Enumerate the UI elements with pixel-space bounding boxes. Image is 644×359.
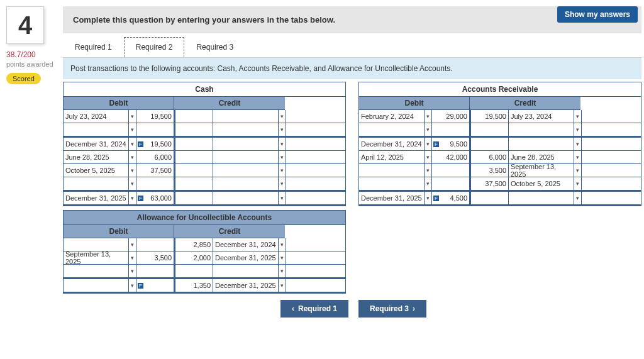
- credit-amount-cell[interactable]: 6,000: [471, 151, 509, 163]
- credit-amount-cell[interactable]: [175, 192, 213, 204]
- credit-amount-cell[interactable]: [175, 177, 213, 190]
- credit-date-cell[interactable]: [213, 177, 279, 190]
- debit-date-cell[interactable]: December 31, 2024: [359, 138, 425, 150]
- dropdown-icon[interactable]: [574, 177, 582, 190]
- dropdown-icon[interactable]: [279, 151, 286, 163]
- dropdown-icon[interactable]: [279, 251, 286, 264]
- debit-amount-cell[interactable]: [432, 123, 470, 136]
- dropdown-icon[interactable]: [129, 164, 136, 177]
- credit-amount-cell[interactable]: 3,500: [471, 164, 509, 177]
- debit-date-cell[interactable]: [64, 265, 129, 277]
- dropdown-icon[interactable]: [279, 123, 286, 136]
- dropdown-icon[interactable]: [129, 151, 136, 163]
- credit-date-cell[interactable]: [213, 265, 279, 277]
- dropdown-icon[interactable]: [425, 138, 432, 150]
- debit-amount-cell[interactable]: 6,000: [136, 151, 174, 163]
- dropdown-icon[interactable]: [574, 123, 582, 136]
- dropdown-icon[interactable]: [574, 164, 582, 177]
- debit-amount-cell[interactable]: [432, 164, 470, 177]
- credit-date-cell[interactable]: [213, 138, 279, 150]
- credit-amount-cell[interactable]: [175, 138, 213, 150]
- dropdown-icon[interactable]: [279, 110, 286, 123]
- credit-amount-cell[interactable]: [175, 110, 213, 123]
- dropdown-icon[interactable]: [425, 177, 432, 190]
- credit-amount-cell[interactable]: [175, 164, 213, 177]
- debit-date-cell[interactable]: October 5, 2025: [64, 164, 129, 177]
- debit-date-cell[interactable]: September 13, 2025: [64, 251, 129, 264]
- credit-amount-cell[interactable]: 2,000: [175, 251, 213, 264]
- credit-amount-cell[interactable]: [175, 123, 213, 136]
- dropdown-icon[interactable]: [279, 164, 286, 177]
- credit-amount-cell[interactable]: 2,850: [175, 238, 213, 251]
- debit-date-cell[interactable]: June 28, 2025: [64, 151, 129, 163]
- credit-date-cell[interactable]: [213, 192, 279, 204]
- debit-date-cell[interactable]: [64, 123, 129, 136]
- credit-amount-cell[interactable]: [471, 138, 509, 150]
- dropdown-icon[interactable]: [425, 151, 432, 163]
- debit-amount-cell[interactable]: 29,000: [432, 110, 470, 123]
- nav-prev-button[interactable]: ‹Required 1: [280, 300, 348, 318]
- dropdown-icon[interactable]: [129, 177, 136, 190]
- debit-amount-cell[interactable]: [136, 265, 174, 277]
- dropdown-icon[interactable]: [129, 192, 136, 204]
- credit-amount-cell[interactable]: [175, 265, 213, 277]
- credit-date-cell[interactable]: [213, 110, 279, 123]
- credit-date-cell[interactable]: July 23, 2024: [509, 110, 574, 123]
- debit-amount-cell[interactable]: [432, 177, 470, 190]
- debit-amount-cell[interactable]: 37,500: [136, 164, 174, 177]
- debit-date-cell[interactable]: December 31, 2025: [64, 192, 129, 204]
- credit-date-cell[interactable]: December 31, 2025: [213, 279, 279, 292]
- debit-amount-cell[interactable]: [136, 123, 174, 136]
- credit-date-cell[interactable]: [509, 123, 574, 136]
- nav-next-button[interactable]: Required 3›: [358, 300, 426, 318]
- debit-amount-cell[interactable]: 42,000: [432, 151, 470, 163]
- debit-date-cell[interactable]: April 12, 2025: [359, 151, 425, 163]
- dropdown-icon[interactable]: [129, 265, 136, 277]
- credit-date-cell[interactable]: June 28, 2025: [509, 151, 574, 163]
- credit-date-cell[interactable]: [509, 138, 574, 150]
- dropdown-icon[interactable]: [279, 192, 286, 204]
- debit-amount-cell[interactable]: 19,500: [136, 138, 174, 150]
- debit-amount-cell[interactable]: [136, 238, 174, 251]
- credit-date-cell[interactable]: [509, 192, 574, 204]
- show-my-answers-button[interactable]: Show my answers: [557, 6, 638, 23]
- dropdown-icon[interactable]: [129, 138, 136, 150]
- dropdown-icon[interactable]: [574, 110, 582, 123]
- debit-date-cell[interactable]: December 31, 2025: [359, 192, 425, 204]
- dropdown-icon[interactable]: [129, 110, 136, 123]
- debit-date-cell[interactable]: [359, 123, 425, 136]
- debit-date-cell[interactable]: [64, 238, 129, 251]
- debit-amount-cell[interactable]: 63,000: [136, 192, 174, 204]
- tab-required-3[interactable]: Required 3: [184, 37, 245, 57]
- debit-date-cell[interactable]: [359, 177, 425, 190]
- dropdown-icon[interactable]: [279, 177, 286, 190]
- credit-date-cell[interactable]: [213, 123, 279, 136]
- debit-date-cell[interactable]: February 2, 2024: [359, 110, 425, 123]
- debit-amount-cell[interactable]: 4,500: [432, 192, 470, 204]
- credit-date-cell[interactable]: December 31, 2024: [213, 238, 279, 251]
- debit-amount-cell[interactable]: [136, 177, 174, 190]
- tab-required-1[interactable]: Required 1: [63, 37, 124, 57]
- credit-amount-cell[interactable]: [175, 151, 213, 163]
- debit-date-cell[interactable]: December 31, 2024: [64, 138, 129, 150]
- debit-amount-cell[interactable]: 9,500: [432, 138, 470, 150]
- dropdown-icon[interactable]: [279, 279, 286, 292]
- dropdown-icon[interactable]: [574, 138, 582, 150]
- dropdown-icon[interactable]: [279, 238, 286, 251]
- dropdown-icon[interactable]: [129, 251, 136, 264]
- credit-date-cell[interactable]: October 5, 2025: [509, 177, 574, 190]
- credit-date-cell[interactable]: September 13, 2025: [509, 164, 574, 177]
- credit-date-cell[interactable]: [213, 151, 279, 163]
- debit-date-cell[interactable]: [64, 279, 129, 292]
- dropdown-icon[interactable]: [425, 123, 432, 136]
- dropdown-icon[interactable]: [425, 192, 432, 204]
- dropdown-icon[interactable]: [129, 279, 136, 292]
- debit-date-cell[interactable]: [359, 164, 425, 177]
- credit-amount-cell[interactable]: 37,500: [471, 177, 509, 190]
- credit-amount-cell[interactable]: 1,350: [175, 279, 213, 292]
- debit-date-cell[interactable]: [64, 177, 129, 190]
- dropdown-icon[interactable]: [279, 138, 286, 150]
- tab-required-2[interactable]: Required 2: [124, 37, 185, 57]
- debit-amount-cell[interactable]: 19,500: [136, 110, 174, 123]
- dropdown-icon[interactable]: [574, 151, 582, 163]
